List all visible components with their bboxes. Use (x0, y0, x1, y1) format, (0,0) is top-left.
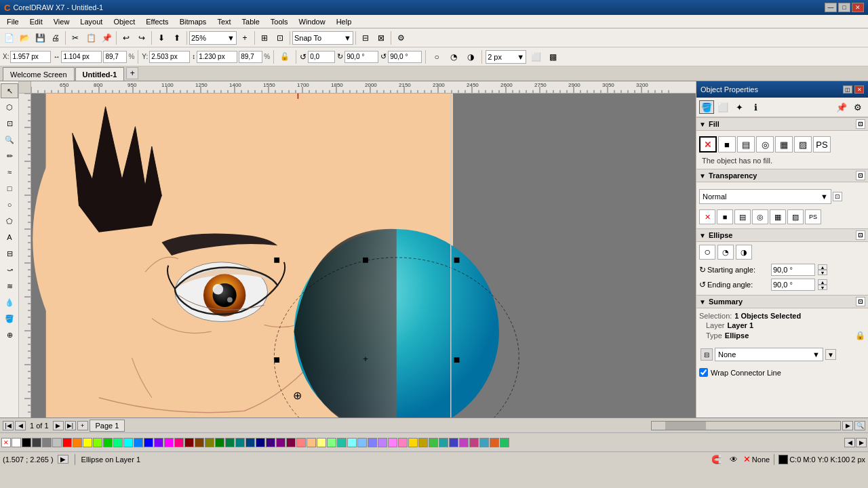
tab-add-button[interactable]: + (126, 67, 138, 79)
menu-table[interactable]: Table (237, 17, 265, 26)
import-button[interactable]: ⬇ (154, 30, 169, 45)
color-swatch-lt-purple[interactable] (378, 438, 387, 447)
panel-close[interactable]: ✕ (854, 85, 864, 94)
redo-button[interactable]: ↪ (134, 30, 149, 45)
drawing-canvas[interactable]: + ⊕ (31, 94, 696, 418)
rot1-input[interactable] (344, 51, 378, 63)
color-swatch-lt-green[interactable] (327, 438, 336, 447)
summary-section-header[interactable]: ▼ Summary ⊡ (696, 295, 868, 308)
color-swatch-lt-orange[interactable] (307, 438, 316, 447)
last-page-btn[interactable]: ▶| (65, 421, 76, 430)
cut-button[interactable]: ✂ (68, 30, 83, 45)
menu-help[interactable]: Help (331, 17, 357, 26)
zoom-dropdown[interactable]: 25% ▼ (189, 31, 237, 45)
paste-button[interactable]: 📌 (99, 30, 114, 45)
width-input[interactable] (61, 51, 102, 63)
ellipse-type-circle[interactable]: ○ (699, 245, 715, 260)
add-page-btn[interactable]: + (77, 421, 88, 430)
radial-fill-btn[interactable]: ◎ (756, 136, 774, 152)
color-swatch-green[interactable] (103, 438, 113, 447)
transparency-section-header[interactable]: ▼ Transparency ⊡ (696, 169, 868, 182)
color-swatch-lt-yellow[interactable] (317, 438, 326, 447)
tool-select[interactable]: ↖ (1, 83, 18, 98)
color-swatch-yellow[interactable] (83, 438, 92, 447)
transparency-mode-dropdown[interactable]: Normal ▼ (699, 189, 831, 204)
color-swatch-lt-cyan[interactable] (347, 438, 357, 447)
color-swatch-teal2[interactable] (225, 438, 235, 447)
fill-section-header[interactable]: ▼ Fill ⊡ (696, 117, 868, 131)
color-swatch-emerald[interactable] (500, 438, 509, 447)
wrap-connector-checkbox[interactable] (699, 368, 708, 377)
palette-next[interactable]: ▶ (856, 438, 867, 447)
prev-page-btn[interactable]: ◀ (15, 421, 26, 430)
fill-btn2[interactable]: ▩ (545, 49, 560, 64)
color-swatch-lt-pink[interactable] (388, 438, 397, 447)
tool-shape[interactable]: ⬡ (1, 100, 18, 115)
minimize-button[interactable]: — (825, 3, 837, 12)
color-swatch-med-purple[interactable] (459, 438, 469, 447)
color-swatch-navy2[interactable] (245, 438, 255, 447)
color-swatch-lt-blue[interactable] (357, 438, 367, 447)
height-input[interactable] (197, 51, 237, 63)
fill-tab-icon[interactable]: 🪣 (699, 100, 714, 114)
stroke-tab-icon[interactable]: ⬜ (715, 100, 730, 114)
menu-bitmaps[interactable]: Bitmaps (174, 17, 212, 26)
starting-angle-input[interactable] (771, 264, 815, 276)
pattern-fill-btn[interactable]: ▦ (775, 136, 793, 152)
trans-texture-btn[interactable]: ▨ (787, 209, 804, 224)
no-fill-btn[interactable]: ✕ □ (699, 136, 717, 152)
color-swatch-brown[interactable] (195, 438, 204, 447)
trans-ps-btn[interactable]: PS (805, 209, 821, 224)
color-swatch-black[interactable] (22, 438, 31, 447)
menu-object[interactable]: Object (108, 17, 140, 26)
ellipse-type-arc[interactable]: ◑ (736, 245, 752, 260)
ellipse-tool3[interactable]: ◑ (463, 49, 478, 64)
tool-rect[interactable]: □ (1, 181, 18, 196)
align-button[interactable]: ⊟ (358, 30, 373, 45)
color-swatch-lt-violet[interactable] (368, 438, 377, 447)
ellipse-type-pie[interactable]: ◔ (717, 245, 734, 260)
color-swatch-rose[interactable] (286, 438, 296, 447)
ending-angle-up[interactable]: ▲ (818, 279, 827, 285)
tool-text[interactable]: A (1, 230, 18, 245)
new-button[interactable]: 📄 (1, 30, 16, 45)
height-pct[interactable] (239, 51, 262, 63)
color-swatch-dkgreen[interactable] (215, 438, 224, 447)
starting-angle-down[interactable]: ▼ (818, 270, 827, 275)
color-swatch-burnt-orange[interactable] (490, 438, 499, 447)
lock-btn[interactable]: 🔓 (277, 49, 292, 64)
palette-prev[interactable]: ◀ (844, 438, 855, 447)
color-swatch-red[interactable] (62, 438, 72, 447)
menu-view[interactable]: View (48, 17, 75, 26)
postscript-fill-btn[interactable]: PS (813, 136, 831, 152)
tool-dropper[interactable]: 💧 (1, 295, 18, 310)
color-swatch-grey[interactable] (42, 438, 52, 447)
color-swatch-purple[interactable] (276, 438, 285, 447)
page-indicator-btn[interactable]: ▶ (58, 455, 68, 464)
color-swatch-steel-blue[interactable] (479, 438, 489, 447)
tool-blend[interactable]: ≋ (1, 279, 18, 293)
color-swatch-gold[interactable] (408, 438, 418, 447)
ending-angle-input[interactable] (771, 279, 815, 291)
menu-edit[interactable]: Edit (24, 17, 48, 26)
spinner-down[interactable]: ▼ (825, 349, 836, 360)
color-swatch-peach[interactable] (296, 438, 306, 447)
stroke-width[interactable]: 2 px ▼ (486, 50, 526, 64)
x-input[interactable] (10, 51, 51, 63)
color-swatch-sky[interactable] (134, 438, 143, 447)
copy-button[interactable]: 📋 (83, 30, 98, 45)
scroll-right-btn[interactable]: ▶ (842, 421, 853, 430)
tool-fill[interactable]: 🪣 (1, 311, 18, 326)
color-swatch-aqua[interactable] (337, 438, 347, 447)
ellipse-tool1[interactable]: ○ (429, 49, 444, 64)
tool-connector[interactable]: ⤻ (1, 262, 18, 277)
color-swatch-olive[interactable] (205, 438, 214, 447)
tool-parallel[interactable]: ⊟ (1, 246, 18, 261)
trans-none-btn[interactable]: ✕ (699, 209, 715, 224)
tool-freehand[interactable]: ✏ (1, 148, 18, 163)
maximize-button[interactable]: □ (838, 3, 850, 12)
distribute-button[interactable]: ⊠ (374, 30, 389, 45)
width-pct[interactable] (103, 51, 127, 63)
color-swatch-dk-gold[interactable] (418, 438, 428, 447)
tool-polygon[interactable]: ⬠ (1, 214, 18, 228)
